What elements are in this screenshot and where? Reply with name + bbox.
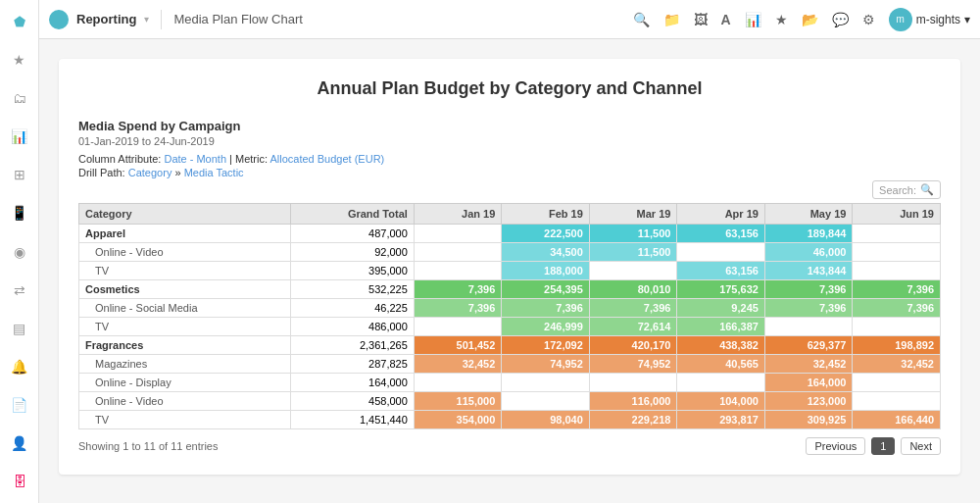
- drill-link2[interactable]: Media Tactic: [184, 167, 244, 178]
- subcategory-cell: Online - Video: [79, 243, 291, 262]
- category-cell: Cosmetics: [79, 280, 291, 299]
- jan19-cell: [414, 225, 502, 243]
- category-cell: Apparel: [79, 225, 291, 243]
- apr19-cell: 63,156: [677, 262, 765, 280]
- nav-icon-star[interactable]: ★: [8, 48, 31, 71]
- apr19-cell: 40,565: [677, 355, 765, 374]
- may19-cell: 123,000: [764, 392, 853, 411]
- search-row: Search: 🔍: [78, 180, 941, 199]
- mar19-cell: 80,010: [589, 280, 677, 299]
- apr19-cell: 175,632: [677, 280, 765, 299]
- subcategory-cell: TV: [79, 318, 291, 336]
- subcategory-cell: Online - Display: [79, 374, 291, 392]
- jun19-cell: [853, 392, 941, 411]
- table-row: Cosmetics532,2257,396254,39580,010175,63…: [79, 280, 941, 299]
- nav-icon-list[interactable]: ▤: [8, 317, 31, 339]
- page-1-button[interactable]: 1: [871, 437, 895, 455]
- mar19-cell: 116,000: [589, 392, 677, 411]
- grand-total-cell: 164,000: [291, 374, 414, 392]
- mar19-cell: 74,952: [589, 355, 677, 374]
- jun19-cell: [853, 243, 941, 262]
- jan19-cell: 7,396: [414, 299, 502, 318]
- mar19-cell: 11,500: [589, 225, 677, 243]
- prev-button[interactable]: Previous: [806, 437, 865, 455]
- mar19-cell: 229,218: [589, 411, 677, 429]
- column-attr-link2[interactable]: Allocated Budget (EUR): [270, 153, 384, 165]
- col-header-feb19: Feb 19: [502, 204, 590, 225]
- table-row: Fragrances2,361,265501,452172,092420,170…: [79, 336, 941, 355]
- topbar-reporting-title: Reporting: [76, 12, 136, 26]
- table-row: Apparel487,000222,50011,50063,156189,844: [79, 225, 941, 243]
- nav-icon-eye[interactable]: ◉: [8, 240, 31, 263]
- col-header-grand-total: Grand Total: [291, 204, 414, 225]
- feb19-cell: 188,000: [502, 262, 590, 280]
- subcategory-cell: Online - Video: [79, 392, 291, 411]
- calendar-icon[interactable]: 📁: [663, 12, 680, 27]
- nav-icon-mobile[interactable]: 📱: [8, 202, 31, 225]
- grand-total-cell: 487,000: [291, 225, 414, 243]
- chat-icon[interactable]: 💬: [832, 12, 849, 27]
- search-box[interactable]: Search: 🔍: [872, 180, 941, 199]
- may19-cell: 143,844: [764, 262, 853, 280]
- feb19-cell: 74,952: [502, 355, 590, 374]
- feb19-cell: 172,092: [502, 336, 590, 355]
- nav-icon-db[interactable]: 🗄: [8, 471, 31, 493]
- user-name: m-sights: [916, 13, 960, 26]
- grand-total-cell: 1,451,440: [291, 411, 414, 429]
- drill-label: Drill Path:: [78, 167, 125, 178]
- left-navigation: ⬟ ★ 🗂 📊 ⊞ 📱 ◉ ⇄ ▤ 🔔 📄 👤 🗄: [0, 0, 39, 503]
- may19-cell: 164,000: [764, 374, 853, 392]
- feb19-cell: [502, 392, 590, 411]
- nav-icon-chart[interactable]: 📊: [8, 125, 31, 147]
- feb19-cell: 246,999: [502, 318, 590, 336]
- feb19-cell: [502, 374, 590, 392]
- jun19-cell: 7,396: [853, 299, 941, 318]
- table-row: TV486,000246,99972,614166,387: [79, 318, 941, 336]
- pagination: Showing 1 to 11 of 11 entries Previous 1…: [78, 437, 941, 455]
- column-attr-link1[interactable]: Date - Month: [164, 153, 226, 165]
- table-section: Media Spend by Campaign 01-Jan-2019 to 2…: [78, 119, 941, 455]
- drill-link1[interactable]: Category: [128, 167, 172, 178]
- user-pill[interactable]: m m-sights ▾: [889, 8, 970, 31]
- image-icon[interactable]: 🖼: [694, 12, 708, 27]
- jan19-cell: 354,000: [414, 411, 502, 429]
- text-icon[interactable]: A: [721, 12, 731, 27]
- topbar: Reporting ▾ Media Plan Flow Chart 🔍 📁 🖼 …: [39, 0, 980, 39]
- next-button[interactable]: Next: [901, 437, 941, 455]
- mar19-cell: [589, 374, 677, 392]
- grand-total-cell: 395,000: [291, 262, 414, 280]
- nav-icon-transfer[interactable]: ⇄: [8, 278, 31, 301]
- grand-total-cell: 46,225: [291, 299, 414, 318]
- nav-icon-user[interactable]: 👤: [8, 432, 31, 455]
- may19-cell: 46,000: [764, 243, 853, 262]
- folder-icon[interactable]: 📂: [802, 12, 818, 27]
- subcategory-cell: Magazines: [79, 355, 291, 374]
- topbar-subtitle: Media Plan Flow Chart: [173, 12, 303, 26]
- jan19-cell: 115,000: [414, 392, 502, 411]
- bar-chart-icon[interactable]: 📊: [745, 12, 761, 27]
- grand-total-cell: 287,825: [291, 355, 414, 374]
- apr19-cell: [677, 374, 765, 392]
- nav-icon-bell[interactable]: 🔔: [8, 355, 31, 377]
- star-icon[interactable]: ★: [775, 12, 788, 27]
- apr19-cell: [677, 243, 765, 262]
- search-icon[interactable]: 🔍: [633, 12, 650, 27]
- nav-icon-folder[interactable]: 🗂: [8, 86, 31, 109]
- nav-icon-doc[interactable]: 📄: [8, 394, 31, 417]
- drill-path-row: Drill Path: Category » Media Tactic: [78, 167, 941, 178]
- jun19-cell: 198,892: [853, 336, 941, 355]
- user-avatar: m: [889, 8, 912, 31]
- grand-total-cell: 486,000: [291, 318, 414, 336]
- may19-cell: 629,377: [764, 336, 853, 355]
- settings-icon[interactable]: ⚙: [862, 12, 875, 27]
- nav-icon-home[interactable]: ⬟: [8, 10, 31, 32]
- may19-cell: 7,396: [764, 280, 853, 299]
- jun19-cell: 7,396: [853, 280, 941, 299]
- topbar-chevron-icon[interactable]: ▾: [144, 14, 149, 25]
- mar19-cell: 72,614: [589, 318, 677, 336]
- jan19-cell: [414, 318, 502, 336]
- table-row: Online - Video92,00034,50011,50046,000: [79, 243, 941, 262]
- nav-icon-grid[interactable]: ⊞: [8, 164, 31, 186]
- may19-cell: 32,452: [764, 355, 853, 374]
- search-label: Search:: [879, 184, 916, 196]
